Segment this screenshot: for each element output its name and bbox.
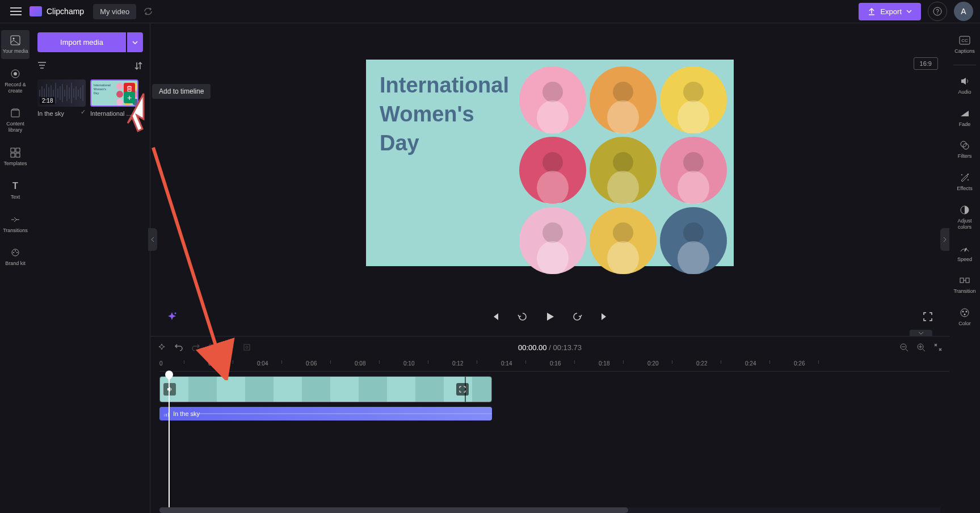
- media-item-video[interactable]: International Women's Day + Internationa…: [90, 79, 138, 117]
- svg-text:CC: CC: [961, 38, 968, 43]
- tooltip: Add to timeline: [152, 84, 211, 99]
- svg-point-33: [678, 100, 709, 133]
- svg-point-12: [12, 249, 19, 256]
- media-add-to-timeline-button[interactable]: +: [124, 92, 135, 103]
- rail-brand-kit[interactable]: Brand kit: [1, 242, 30, 271]
- undo-icon: [174, 343, 183, 352]
- filter-button[interactable]: [37, 61, 47, 70]
- media-item-audio[interactable]: 2:18 In the sky ✓: [37, 79, 86, 117]
- rail-your-media[interactable]: Your media: [1, 30, 30, 59]
- scrollbar-thumb[interactable]: [159, 507, 628, 513]
- timeline-collapse-button[interactable]: [910, 330, 932, 337]
- ruler-tick: 0:08: [355, 360, 365, 367]
- trash-icon: [126, 85, 133, 92]
- zoom-fit-icon: [933, 343, 943, 352]
- svg-text:?: ?: [936, 9, 939, 15]
- collapse-right-panel-button[interactable]: [940, 228, 949, 251]
- clip-expand-button[interactable]: [456, 383, 469, 396]
- logo-area[interactable]: Clipchamp: [30, 6, 84, 16]
- import-media-button[interactable]: Import media: [37, 32, 126, 52]
- undo-button[interactable]: [174, 343, 183, 352]
- svg-rect-9: [11, 153, 15, 157]
- rail-speed[interactable]: Speed: [950, 238, 979, 267]
- video-name-field[interactable]: My video: [93, 4, 136, 19]
- rail-transitions[interactable]: Transitions: [1, 209, 30, 238]
- zoom-in-icon: [916, 343, 926, 352]
- svg-point-32: [683, 82, 704, 102]
- rewind-button[interactable]: [515, 309, 531, 325]
- svg-point-42: [613, 222, 633, 243]
- user-avatar[interactable]: A: [954, 2, 973, 21]
- face-illustration: [519, 66, 586, 133]
- rail-transition[interactable]: Transition: [950, 270, 979, 299]
- export-button[interactable]: Export: [859, 3, 921, 20]
- delete-button[interactable]: [225, 343, 234, 352]
- adjust-icon: [959, 204, 970, 216]
- split-button[interactable]: [208, 343, 217, 352]
- face-illustration: [660, 137, 727, 204]
- rail-text[interactable]: T Text: [1, 176, 30, 205]
- ai-enhance-button[interactable]: [164, 309, 180, 325]
- crop-button[interactable]: [242, 343, 251, 352]
- rail-filters[interactable]: Filters: [950, 135, 979, 164]
- hamburger-menu[interactable]: [7, 2, 25, 20]
- ruler-tick: 0:10: [403, 360, 414, 367]
- hamburger-icon: [10, 7, 22, 15]
- rail-color[interactable]: Color: [950, 302, 979, 331]
- forward-button[interactable]: [569, 309, 585, 325]
- play-button[interactable]: [542, 309, 558, 325]
- media-duration: 2:18: [40, 97, 55, 104]
- rail-fade[interactable]: Fade: [950, 103, 979, 132]
- media-thumbnail: 2:18: [37, 79, 86, 107]
- svg-rect-7: [11, 148, 15, 152]
- zoom-in-button[interactable]: [916, 343, 926, 352]
- effects-icon: [959, 172, 970, 183]
- svg-point-25: [116, 99, 123, 106]
- timeline-ruler[interactable]: 00:020:040:060:080:100:120:140:160:180:2…: [159, 358, 949, 372]
- svg-rect-60: [960, 278, 964, 283]
- redo-button[interactable]: [191, 343, 200, 352]
- rail-adjust-colors[interactable]: Adjust colors: [950, 200, 979, 235]
- color-icon: [959, 307, 970, 318]
- audio-clip[interactable]: In the sky: [159, 407, 492, 421]
- svg-point-31: [607, 100, 639, 133]
- import-media-dropdown[interactable]: [127, 32, 143, 52]
- playhead[interactable]: [169, 372, 170, 507]
- zoom-out-button[interactable]: [899, 343, 909, 352]
- auto-enhance-button[interactable]: [157, 343, 166, 352]
- redo-icon: [191, 343, 200, 352]
- rail-effects[interactable]: Effects: [950, 167, 979, 196]
- ruler-tick: 0:18: [599, 360, 609, 367]
- video-clip[interactable]: [159, 376, 492, 402]
- svg-point-34: [542, 152, 563, 173]
- rail-audio[interactable]: Audio: [950, 71, 979, 100]
- rail-label: Templates: [3, 161, 27, 167]
- rail-captions[interactable]: CCCaptions: [950, 30, 979, 59]
- rail-record-create[interactable]: Record & create: [1, 64, 30, 99]
- skip-back-button[interactable]: [487, 309, 503, 325]
- timeline-toolbar: 00:00.00 / 00:13.73: [150, 337, 949, 358]
- right-rail: CCCaptions Audio Fade Filters Effects Ad…: [949, 23, 980, 513]
- svg-point-29: [537, 100, 569, 133]
- sort-button[interactable]: [134, 61, 143, 70]
- timeline-scrollbar[interactable]: [159, 507, 940, 513]
- fullscreen-button[interactable]: [920, 309, 936, 325]
- ruler-tick: 0:02: [208, 360, 219, 367]
- svg-point-44: [683, 222, 704, 243]
- skip-forward-button[interactable]: [596, 309, 612, 325]
- svg-rect-10: [16, 153, 20, 157]
- face-illustration: [519, 207, 586, 274]
- app-header: Clipchamp My video Export ? A: [0, 0, 980, 23]
- left-rail: Your media Record & create Content libra…: [0, 23, 31, 513]
- collapse-media-panel-button[interactable]: [148, 228, 157, 251]
- help-button[interactable]: ?: [928, 2, 947, 21]
- rail-content-library[interactable]: Content library: [1, 103, 30, 138]
- fullscreen-icon: [923, 312, 932, 321]
- clip-audio-button[interactable]: [163, 383, 176, 396]
- rail-templates[interactable]: Templates: [1, 142, 30, 171]
- timeline-tracks[interactable]: In the sky: [159, 372, 949, 507]
- chevron-down-icon: [906, 10, 912, 13]
- preview-canvas[interactable]: International Women's Day: [366, 60, 734, 266]
- sparkle-icon: [157, 343, 166, 352]
- zoom-fit-button[interactable]: [933, 343, 943, 352]
